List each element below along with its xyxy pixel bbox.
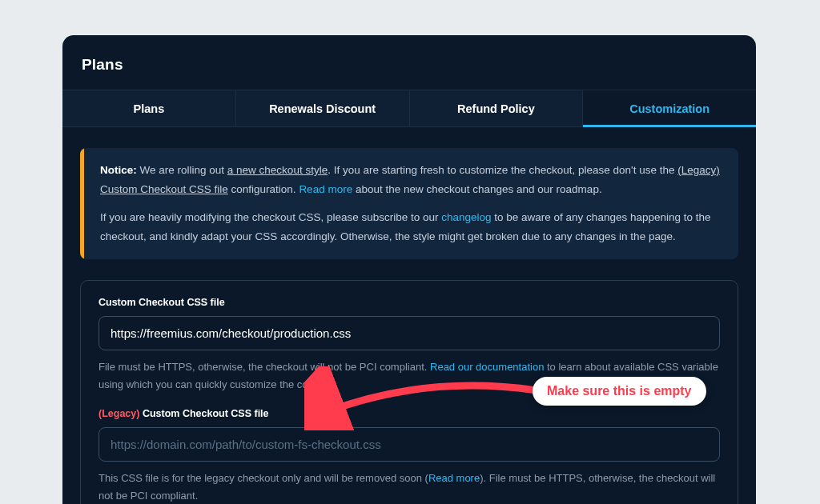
tab-refund-policy[interactable]: Refund Policy bbox=[410, 90, 584, 127]
notice-prefix: Notice: bbox=[100, 164, 137, 176]
settings-panel: Plans Plans Renewals Discount Refund Pol… bbox=[62, 35, 756, 504]
tab-renewals-discount[interactable]: Renewals Discount bbox=[236, 90, 410, 127]
custom-css-docs-link[interactable]: Read our documentation bbox=[430, 361, 544, 373]
legacy-css-input[interactable] bbox=[98, 427, 720, 462]
legacy-css-helper: This CSS file is for the legacy checkout… bbox=[98, 470, 720, 504]
custom-css-input[interactable] bbox=[98, 316, 720, 350]
notice-banner: Notice: We are rolling out a new checkou… bbox=[80, 148, 738, 259]
notice-body: Notice: We are rolling out a new checkou… bbox=[84, 148, 738, 259]
annotation-callout: Make sure this is empty bbox=[533, 377, 706, 406]
notice-paragraph-1: Notice: We are rolling out a new checkou… bbox=[100, 161, 722, 198]
notice-changelog-link[interactable]: changelog bbox=[441, 211, 491, 223]
notice-paragraph-2: If you are heavily modifying the checkou… bbox=[100, 208, 722, 246]
panel-header: Plans bbox=[62, 35, 756, 90]
legacy-css-label: (Legacy) Custom Checkout CSS file bbox=[98, 408, 720, 419]
tab-customization[interactable]: Customization bbox=[583, 90, 756, 127]
tab-content: Notice: We are rolling out a new checkou… bbox=[62, 127, 756, 504]
notice-read-more-link[interactable]: Read more bbox=[299, 183, 352, 195]
field-legacy-css: (Legacy) Custom Checkout CSS file This C… bbox=[98, 408, 720, 504]
tab-bar: Plans Renewals Discount Refund Policy Cu… bbox=[62, 90, 756, 127]
custom-css-label: Custom Checkout CSS file bbox=[98, 297, 720, 308]
legacy-css-read-more-link[interactable]: Read more bbox=[428, 472, 480, 484]
legacy-tag: (Legacy) bbox=[98, 408, 139, 419]
notice-new-style-text: a new checkout style bbox=[227, 164, 328, 176]
page-title: Plans bbox=[82, 56, 737, 74]
tab-plans[interactable]: Plans bbox=[62, 90, 236, 127]
